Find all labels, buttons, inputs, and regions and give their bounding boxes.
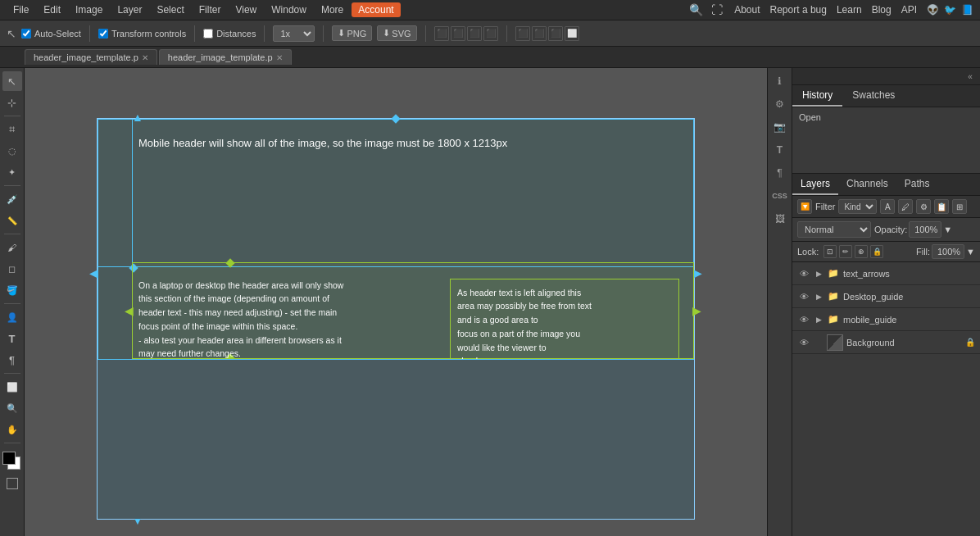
lock-position-btn[interactable]: ✏ bbox=[839, 245, 852, 258]
tab-1-close[interactable]: ✕ bbox=[276, 53, 283, 62]
twitter-icon[interactable]: 🐦 bbox=[944, 4, 956, 16]
settings-panel-toggle[interactable]: ⚙ bbox=[770, 94, 790, 114]
reddit-icon[interactable]: 👽 bbox=[927, 4, 939, 16]
image-panel-toggle[interactable]: 🖼 bbox=[770, 209, 790, 229]
fill-tool-btn[interactable]: 🪣 bbox=[2, 280, 22, 300]
menu-view[interactable]: View bbox=[229, 2, 263, 17]
camera-panel-toggle[interactable]: 📷 bbox=[770, 117, 790, 137]
layers-tab-channels[interactable]: Channels bbox=[838, 174, 896, 195]
menu-account[interactable]: Account bbox=[352, 2, 400, 17]
menu-file[interactable]: File bbox=[7, 2, 35, 17]
facebook-icon[interactable]: 📘 bbox=[961, 4, 973, 16]
fill-dropdown-icon[interactable]: ▼ bbox=[966, 247, 975, 257]
search-icon[interactable]: 🔍 bbox=[689, 3, 703, 16]
menu-select[interactable]: Select bbox=[150, 2, 190, 17]
learn-link[interactable]: Learn bbox=[837, 4, 862, 16]
layer-item-1[interactable]: 👁 ▶ 📁 Desktop_guide bbox=[792, 285, 980, 308]
css-panel-toggle[interactable]: CSS bbox=[770, 186, 790, 206]
blend-mode-select[interactable]: Normal Multiply Screen bbox=[797, 221, 871, 238]
crop-tool-btn[interactable]: ⌗ bbox=[2, 120, 22, 139]
layer-arrow-1[interactable]: ▶ bbox=[814, 292, 823, 302]
align-right-button[interactable]: ⬛ bbox=[467, 26, 482, 41]
swatches-tab[interactable]: Swatches bbox=[842, 85, 905, 107]
paragraph-panel-toggle[interactable]: ¶ bbox=[770, 163, 790, 183]
menu-image[interactable]: Image bbox=[69, 2, 109, 17]
color-swatches[interactable] bbox=[1, 450, 24, 473]
layer-eye-1[interactable]: 👁 bbox=[797, 290, 810, 303]
opacity-input[interactable] bbox=[909, 221, 941, 238]
tab-0[interactable]: header_image_template.p ✕ bbox=[25, 49, 157, 65]
fullscreen-icon[interactable]: ⛶ bbox=[711, 3, 723, 16]
layer-item-3[interactable]: 👁 ▶ Background 🔒 bbox=[792, 331, 980, 354]
info-panel-toggle[interactable]: ℹ bbox=[770, 71, 790, 91]
kind-select[interactable]: Kind bbox=[838, 199, 877, 214]
layer-icon-2[interactable]: 🖊 bbox=[898, 199, 913, 214]
select-tool-btn[interactable]: ↖ bbox=[2, 71, 22, 91]
paragraph-tool-btn[interactable]: ¶ bbox=[2, 350, 22, 370]
rectangle-tool-btn[interactable]: ⬜ bbox=[2, 377, 22, 397]
menu-layer[interactable]: Layer bbox=[111, 2, 148, 17]
tab-0-close[interactable]: ✕ bbox=[142, 53, 148, 62]
brush-tool-btn[interactable]: 🖌 bbox=[2, 238, 22, 257]
menu-filter[interactable]: Filter bbox=[193, 2, 228, 17]
about-link[interactable]: About bbox=[734, 4, 760, 16]
opacity-dropdown-icon[interactable]: ▼ bbox=[943, 225, 952, 234]
history-item-open[interactable]: Open bbox=[799, 112, 973, 122]
distribute-2-button[interactable]: ⬛ bbox=[548, 26, 563, 41]
layer-arrow-0[interactable]: ▶ bbox=[814, 269, 823, 279]
quick-mask-btn[interactable] bbox=[7, 478, 18, 489]
lock-all-btn[interactable]: 🔒 bbox=[870, 245, 883, 258]
layer-icon-1[interactable]: A bbox=[880, 199, 895, 214]
blog-link[interactable]: Blog bbox=[872, 4, 892, 16]
lock-pixels-btn[interactable]: ⊡ bbox=[823, 245, 837, 258]
history-tab[interactable]: History bbox=[792, 85, 842, 107]
layer-eye-2[interactable]: 👁 bbox=[797, 313, 810, 326]
report-bug-link[interactable]: Report a bug bbox=[770, 4, 827, 16]
layer-icon-4[interactable]: 📋 bbox=[934, 199, 949, 214]
menu-more[interactable]: More bbox=[315, 2, 350, 17]
zoom-select[interactable]: 1x2x0.5x bbox=[273, 25, 315, 42]
distribute-h-button[interactable]: ⬛ bbox=[515, 26, 530, 41]
api-link[interactable]: API bbox=[901, 4, 917, 16]
filter-icon[interactable]: 🔽 bbox=[797, 199, 812, 214]
move-tool-btn[interactable]: ⊹ bbox=[2, 93, 22, 112]
eyedropper-tool-btn[interactable]: 💉 bbox=[2, 189, 22, 209]
svg-export-button[interactable]: ⬇ SVG bbox=[377, 25, 416, 41]
layers-tab-layers[interactable]: Layers bbox=[792, 174, 838, 195]
ruler-tool-btn[interactable]: 📏 bbox=[2, 211, 22, 230]
fill-input[interactable] bbox=[932, 244, 964, 259]
green-top-handle[interactable] bbox=[225, 258, 234, 267]
arrange-button[interactable]: ⬜ bbox=[565, 26, 579, 41]
zoom-tool-btn[interactable]: 🔍 bbox=[2, 398, 22, 418]
menu-edit[interactable]: Edit bbox=[37, 2, 67, 17]
png-export-button[interactable]: ⬇ PNG bbox=[332, 25, 372, 41]
top-center-handle[interactable] bbox=[391, 114, 400, 123]
layer-icon-3[interactable]: ⚙ bbox=[916, 199, 931, 214]
eraser-tool-btn[interactable]: ◻ bbox=[2, 259, 22, 279]
tab-1[interactable]: header_image_template.p ✕ bbox=[159, 49, 292, 65]
layer-eye-0[interactable]: 👁 bbox=[797, 267, 810, 280]
text-tool-btn[interactable]: T bbox=[2, 329, 22, 348]
transform-controls-checkbox[interactable] bbox=[98, 29, 108, 39]
distances-checkbox[interactable] bbox=[203, 29, 213, 39]
foreground-color-swatch[interactable] bbox=[2, 452, 16, 465]
menu-window[interactable]: Window bbox=[265, 2, 313, 17]
layer-eye-3[interactable]: 👁 bbox=[797, 336, 810, 349]
layers-tab-paths[interactable]: Paths bbox=[896, 174, 938, 195]
align-top-button[interactable]: ⬛ bbox=[483, 26, 498, 41]
align-left-button[interactable]: ⬛ bbox=[434, 26, 449, 41]
layer-icon-5[interactable]: ⊞ bbox=[952, 199, 967, 214]
layer-item-0[interactable]: 👁 ▶ 📁 text_arrows bbox=[792, 262, 980, 285]
align-center-h-button[interactable]: ⬛ bbox=[451, 26, 465, 41]
lasso-tool-btn[interactable]: ◌ bbox=[2, 141, 22, 161]
layer-arrow-2[interactable]: ▶ bbox=[814, 315, 823, 325]
hand-tool-btn[interactable]: ✋ bbox=[2, 420, 22, 439]
layer-item-2[interactable]: 👁 ▶ 📁 mobile_guide bbox=[792, 308, 980, 331]
collapse-btn[interactable]: « bbox=[964, 70, 977, 83]
canvas-area[interactable]: ◀ ▶ ▲ ▼ Mobile header will show all of t… bbox=[25, 68, 767, 536]
text-panel-toggle[interactable]: T bbox=[770, 140, 790, 160]
magic-tool-btn[interactable]: ✦ bbox=[2, 162, 22, 182]
lock-artboard-btn[interactable]: ⊕ bbox=[855, 245, 868, 258]
auto-select-checkbox[interactable] bbox=[21, 29, 31, 39]
distribute-v-button[interactable]: ⬛ bbox=[532, 26, 547, 41]
